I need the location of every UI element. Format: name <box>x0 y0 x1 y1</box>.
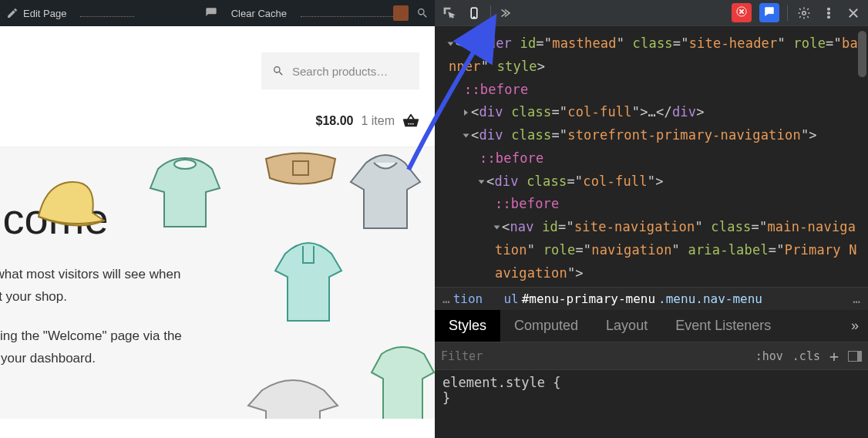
polo-illustration <box>274 240 343 325</box>
edit-page-link[interactable]: Edit Page <box>6 7 66 19</box>
hov-toggle[interactable]: :hov <box>755 349 783 363</box>
svg-point-8 <box>828 15 830 18</box>
breadcrumb-item[interactable]: tion <box>453 291 483 306</box>
issues-badge[interactable] <box>759 3 779 22</box>
device-toggle-icon[interactable] <box>466 5 483 22</box>
tab-event-listeners[interactable]: Event Listeners <box>661 310 785 342</box>
hoodie-illustration <box>370 340 435 419</box>
scrollbar[interactable] <box>858 31 866 77</box>
breadcrumb[interactable]: … tion ul#menu-primary-menu.menu.nav-men… <box>435 287 868 310</box>
tshirt-illustration <box>247 379 339 419</box>
new-style-rule-button[interactable]: + <box>829 347 839 366</box>
error-badge[interactable] <box>732 3 752 22</box>
more-tabs-icon[interactable]: » <box>842 310 868 342</box>
clear-cache-label: Clear Cache <box>231 8 287 19</box>
cart-price: $18.00 <box>315 114 353 128</box>
search-placeholder: Search products… <box>292 65 388 78</box>
edit-page-label: Edit Page <box>23 8 66 19</box>
avatar[interactable] <box>393 5 409 21</box>
breadcrumb-ellipsis[interactable]: … <box>442 291 450 306</box>
svg-point-5 <box>802 11 806 15</box>
pencil-icon <box>6 7 19 19</box>
cls-toggle[interactable]: .cls <box>792 349 820 363</box>
styles-pane[interactable]: element.style { } <box>435 370 868 410</box>
product-search[interactable]: Search products… <box>261 52 419 89</box>
breadcrumb-id[interactable]: #menu-primary-menu <box>522 291 655 306</box>
hero-section: elcome ich is what most visitors will se… <box>0 147 435 419</box>
adminbar-divider <box>80 9 134 17</box>
clear-cache-link[interactable]: Clear Cache <box>231 8 287 19</box>
css-line: element.style { <box>442 375 860 390</box>
css-line: } <box>442 390 860 406</box>
comment-icon <box>205 7 217 19</box>
settings-icon[interactable] <box>796 5 812 22</box>
element-picker-icon[interactable] <box>441 5 458 22</box>
tab-layout[interactable]: Layout <box>592 310 661 342</box>
more-tabs-icon[interactable] <box>499 5 516 22</box>
cart-summary[interactable]: $18.00 1 item <box>0 105 435 147</box>
styles-filter-bar: :hov .cls + <box>435 342 868 370</box>
styles-tabbar: Styles Computed Layout Event Listeners » <box>435 310 868 342</box>
filter-input[interactable] <box>441 349 746 363</box>
devtools-panel: <header id="masthead" class="site-header… <box>435 0 868 438</box>
hero-paragraph: ich is what most visitors will see when … <box>0 264 435 308</box>
tab-computed[interactable]: Computed <box>500 310 592 342</box>
breadcrumb-ellipsis[interactable]: … <box>853 291 860 306</box>
svg-point-6 <box>828 8 830 10</box>
belt-illustration <box>262 147 339 194</box>
website-preview: Edit Page Clear Cache Search products… $… <box>0 0 435 438</box>
adminbar-divider <box>301 9 393 17</box>
breadcrumb-item[interactable]: ul <box>503 291 518 306</box>
svg-point-0 <box>174 160 196 169</box>
wp-adminbar: Edit Page Clear Cache <box>0 0 435 26</box>
close-icon[interactable] <box>845 5 862 22</box>
svg-point-7 <box>828 12 830 14</box>
search-icon[interactable] <box>416 7 429 19</box>
basket-icon <box>402 113 419 130</box>
hoodie-illustration <box>347 147 424 232</box>
cap-illustration <box>31 170 108 240</box>
tab-styles[interactable]: Styles <box>435 310 500 342</box>
toggle-sidebar-icon[interactable] <box>848 351 862 362</box>
search-icon <box>272 65 284 77</box>
devtools-toolbar <box>435 0 868 26</box>
shirt-illustration <box>143 153 227 231</box>
elements-tree[interactable]: <header id="masthead" class="site-header… <box>435 26 868 287</box>
breadcrumb-class[interactable]: .menu.nav-menu <box>658 291 762 306</box>
comments-link[interactable] <box>205 7 217 19</box>
cart-count: 1 item <box>361 114 395 128</box>
kebab-menu-icon[interactable] <box>820 5 837 22</box>
